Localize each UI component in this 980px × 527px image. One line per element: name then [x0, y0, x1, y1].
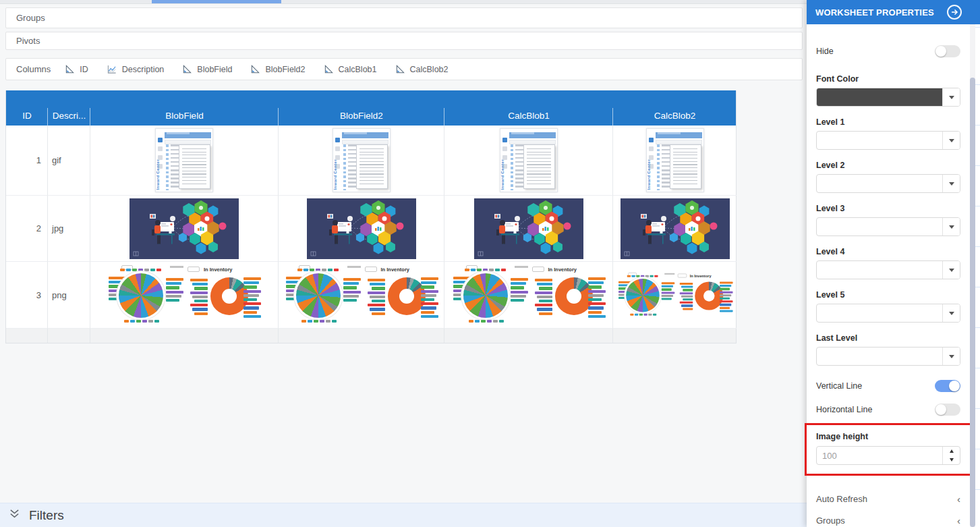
tree-titlebar	[656, 132, 702, 138]
header-cell-blobfield2[interactable]: BlobField2	[279, 90, 444, 126]
donut-chart-title: In Inventory	[381, 267, 410, 273]
table-row: 3 png In Inventory In Inventory	[6, 262, 736, 329]
filters-bar[interactable]: Filters	[0, 503, 807, 527]
vertical-line-row: Vertical Line	[816, 379, 960, 393]
spinner-down-button[interactable]	[943, 455, 960, 464]
adjacent-panel-edge	[975, 24, 980, 527]
vertical-line-label: Vertical Line	[816, 381, 862, 391]
column-chip-calcblob2[interactable]: CalcBlob2	[395, 64, 449, 74]
hide-toggle[interactable]	[935, 45, 960, 57]
chevron-left-icon: ‹	[957, 494, 960, 504]
columns-dropzone[interactable]: Columns ID Description BlobField B	[5, 58, 803, 80]
field-icon	[65, 64, 75, 74]
panel-vertical-scrollbar[interactable]	[970, 24, 975, 527]
table-row: 2 jpg	[6, 196, 736, 262]
donut-chart-title: In Inventory	[204, 267, 233, 273]
tree-context-menu	[356, 144, 388, 189]
line-chart-icon	[107, 64, 117, 74]
blob-image-pie-donut-charts: In Inventory	[281, 264, 442, 326]
tree-search-row	[342, 140, 388, 144]
blob-image-tree-screenshot: Inward Center	[500, 128, 558, 192]
hide-row: Hide	[816, 45, 960, 58]
image-height-input[interactable]	[817, 447, 942, 464]
cell-blobfield: In Inventory	[90, 262, 279, 329]
vertical-line-toggle[interactable]	[935, 380, 960, 392]
dropdown-arrow-icon[interactable]	[942, 88, 960, 106]
panel-header-extension	[970, 0, 980, 24]
cell-blobfield2: In Inventory	[279, 262, 444, 329]
pie-labels-right	[661, 282, 674, 300]
blob-image-pie-donut-charts: In Inventory	[104, 264, 264, 326]
image-height-highlight: Image height	[805, 423, 972, 476]
dropdown-arrow-icon[interactable]	[942, 175, 960, 192]
table-footer-row	[6, 329, 736, 343]
blob-image-tree-screenshot: Inward Center	[155, 128, 213, 192]
header-cell-description[interactable]: Descri...	[48, 90, 90, 126]
column-chip-description[interactable]: Description	[107, 64, 165, 74]
cell-blobfield2: Inward Center	[279, 126, 444, 196]
column-chip-calcblob1[interactable]: CalcBlob1	[324, 64, 377, 74]
last-level-select[interactable]	[816, 347, 960, 366]
level-2-group: Level 2	[816, 161, 960, 193]
blob-image-hexagon-infographic	[307, 198, 416, 259]
header-cell-calcblob2[interactable]: CalcBlob2	[613, 90, 737, 126]
pie-labels-right	[511, 278, 528, 302]
blob-image-hexagon-infographic	[129, 198, 239, 259]
dropdown-arrow-icon[interactable]	[942, 304, 960, 322]
horizontal-line-label: Horizontal Line	[816, 405, 872, 414]
collapse-panel-arrow-icon[interactable]	[947, 5, 962, 20]
pie-labels-top	[297, 269, 339, 271]
pie-chart	[626, 279, 660, 312]
table-header-row: ID Descri... BlobField BlobField2 CalcBl…	[6, 90, 736, 126]
top-horizontal-scrollbar[interactable]	[0, 0, 807, 4]
column-chip-id[interactable]: ID	[65, 64, 88, 74]
donut-legend-button	[532, 267, 544, 272]
font-color-select[interactable]	[816, 88, 960, 107]
tree-context-menu	[670, 144, 701, 189]
columns-label: Columns	[16, 64, 51, 74]
dropdown-arrow-icon[interactable]	[942, 132, 960, 149]
header-cell-calcblob1[interactable]: CalcBlob1	[444, 90, 613, 126]
column-chip-blobfield2[interactable]: BlobField2	[250, 64, 305, 74]
header-cell-id[interactable]: ID	[6, 90, 48, 126]
dropdown-arrow-icon[interactable]	[942, 261, 960, 279]
donut-labels-left	[535, 279, 552, 315]
level-2-select[interactable]	[816, 174, 960, 193]
pie-labels-right	[166, 278, 183, 302]
pie-labels-bottom	[469, 320, 504, 323]
cell-blobfield: Inward Center	[90, 126, 279, 196]
section-groups[interactable]: Groups ‹	[816, 509, 960, 527]
tree-vertical-label: Inward Center	[333, 159, 337, 190]
tree-vertical-label: Inward Center	[156, 159, 160, 190]
donut-labels-left	[368, 279, 385, 315]
pie-caption-text	[664, 273, 674, 275]
pie-caption-text	[515, 266, 528, 268]
panel-scrollbar-thumb[interactable]	[970, 78, 975, 527]
font-color-group: Font Color	[816, 74, 960, 107]
blob-image-pie-donut-charts: In Inventory	[449, 264, 609, 326]
dropdown-arrow-icon[interactable]	[942, 218, 960, 235]
level-5-select[interactable]	[816, 304, 960, 323]
groups-dropzone[interactable]: Groups	[5, 7, 803, 28]
hide-label: Hide	[816, 47, 834, 56]
header-cell-blobfield[interactable]: BlobField	[90, 90, 279, 126]
donut-legend-button	[365, 267, 377, 272]
level-1-select[interactable]	[816, 131, 960, 150]
level-3-select[interactable]	[816, 217, 960, 236]
pie-caption-text	[347, 266, 361, 268]
cell-calcblob1: In Inventory	[444, 262, 613, 329]
horizontal-line-toggle[interactable]	[935, 404, 960, 416]
blob-image-hexagon-infographic	[474, 198, 583, 259]
pivots-dropzone[interactable]: Pivots	[5, 32, 803, 50]
dropdown-arrow-icon[interactable]	[942, 348, 960, 365]
top-scrollbar-thumb[interactable]	[152, 0, 281, 3]
level-4-select[interactable]	[816, 260, 960, 279]
spinner-up-button[interactable]	[943, 447, 960, 455]
donut-chart	[210, 277, 248, 315]
pie-labels-right	[343, 278, 361, 302]
cell-id: 1	[6, 126, 48, 196]
tree-vertical-label: Inward Center	[647, 159, 651, 190]
column-chip-blobfield[interactable]: BlobField	[182, 64, 232, 74]
donut-labels-right	[720, 282, 733, 312]
section-auto-refresh[interactable]: Auto Refresh ‹	[816, 488, 960, 509]
